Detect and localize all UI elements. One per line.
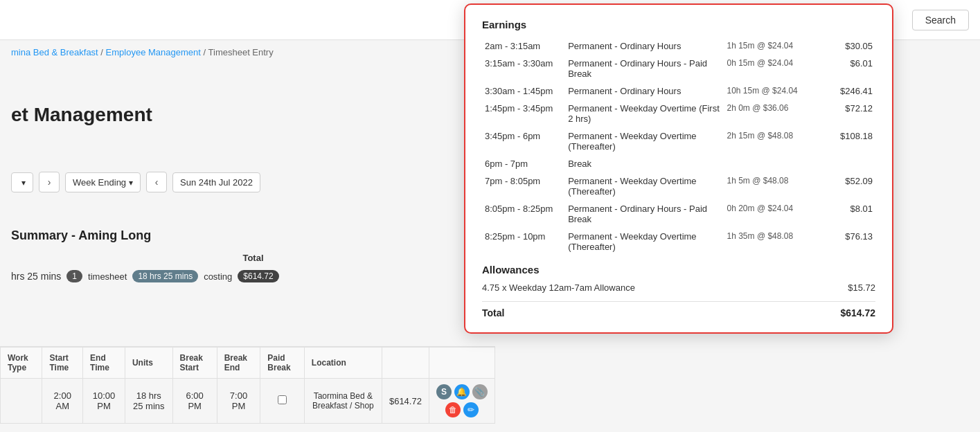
period-select-chevron xyxy=(21,177,26,188)
earning-amount: $108.18 xyxy=(815,127,875,155)
total-row: Total $614.72 xyxy=(482,301,875,318)
col-break-end: Break End xyxy=(217,348,260,379)
cell-break-start: 6:00 PM xyxy=(172,379,217,424)
allowances-row: 4.75 x Weekday 12am-7am Allowance $15.72 xyxy=(482,280,875,296)
col-paid-break: Paid Break xyxy=(260,348,305,379)
earnings-row: 2am - 3:15am Permanent - Ordinary Hours … xyxy=(482,37,875,55)
week-ending-label: Week Ending xyxy=(73,177,126,188)
costing-label: costing xyxy=(204,271,232,282)
earning-amount: $76.13 xyxy=(815,228,875,255)
earning-desc: Permanent - Weekday Overtime (First 2 hr… xyxy=(565,100,724,127)
total-amount: $614.72 xyxy=(840,307,875,318)
action-bell-btn[interactable]: 🔔 xyxy=(454,384,470,399)
earnings-row: 3:30am - 1:45pm Permanent - Ordinary Hou… xyxy=(482,82,875,100)
earning-time: 7pm - 8:05pm xyxy=(482,172,565,200)
earning-rate: 1h 35m @ $48.08 xyxy=(724,228,815,255)
earning-time: 1:45pm - 3:45pm xyxy=(482,100,565,127)
controls-bar: › Week Ending ‹ Sun 24th Jul 2022 xyxy=(11,172,260,192)
earning-amount: $6.01 xyxy=(815,55,875,82)
col-break-start: Break Start xyxy=(172,348,217,379)
next-period-btn[interactable]: › xyxy=(39,172,60,192)
earning-rate: 1h 5m @ $48.08 xyxy=(724,172,815,200)
page-title: et Management xyxy=(11,104,152,126)
allowances-title: Allowances xyxy=(482,264,875,276)
timesheet-label: timesheet xyxy=(88,271,127,282)
location-text: Taormina Bed & Breakfast / Shop xyxy=(312,391,375,411)
earning-amount: $52.09 xyxy=(815,172,875,200)
paid-break-checkbox[interactable] xyxy=(278,395,287,404)
earnings-row: 3:15am - 3:30am Permanent - Ordinary Hou… xyxy=(482,55,875,82)
earning-amount: $246.41 xyxy=(815,82,875,100)
cell-units: 18 hrs 25 mins xyxy=(125,379,172,424)
summary-title: Summary - Aming Long xyxy=(11,228,495,243)
earning-amount: $30.05 xyxy=(815,37,875,55)
summary-hours: hrs 25 mins xyxy=(11,271,61,282)
earning-desc: Permanent - Weekday Overtime (Thereafter… xyxy=(565,127,724,155)
action-trash-btn[interactable]: 🗑 xyxy=(445,402,461,417)
col-location: Location xyxy=(304,348,382,379)
prev-date-btn[interactable]: ‹ xyxy=(146,172,167,192)
earning-time: 2am - 3:15am xyxy=(482,37,565,55)
summary-section: Summary - Aming Long Total hrs 25 mins 1… xyxy=(11,228,495,282)
earning-desc: Permanent - Weekday Overtime (Thereafter… xyxy=(565,172,724,200)
earning-desc: Permanent - Ordinary Hours xyxy=(565,37,724,55)
breadcrumb-sep-2: / xyxy=(204,47,208,57)
week-ending-select[interactable]: Week Ending xyxy=(65,172,141,192)
col-cost xyxy=(382,348,429,379)
earnings-title: Earnings xyxy=(482,19,875,30)
breadcrumb-sep-1: / xyxy=(100,47,105,57)
earnings-row: 1:45pm - 3:45pm Permanent - Weekday Over… xyxy=(482,100,875,127)
earnings-table: 2am - 3:15am Permanent - Ordinary Hours … xyxy=(482,37,875,255)
allowance-desc: 4.75 x Weekday 12am-7am Allowance xyxy=(482,282,635,293)
allowance-amount: $15.72 xyxy=(848,282,875,293)
earning-time: 8:05pm - 8:25pm xyxy=(482,200,565,228)
timesheet-table: Work Type Start Time End Time Units Brea… xyxy=(0,347,495,424)
earning-rate: 0h 20m @ $24.04 xyxy=(724,200,815,228)
breadcrumb: mina Bed & Breakfast / Employee Manageme… xyxy=(11,47,274,57)
table-row: 2:00 AM 10:00 PM 18 hrs 25 mins 6:00 PM … xyxy=(1,379,495,424)
search-button[interactable]: Search xyxy=(912,10,969,30)
cell-work-type xyxy=(1,379,42,424)
breadcrumb-link-2[interactable]: Employee Management xyxy=(106,47,201,57)
cost-badge: $614.72 xyxy=(238,270,278,282)
summary-table: Total xyxy=(11,250,495,266)
cell-paid-break xyxy=(260,379,305,424)
earnings-row: 6pm - 7pm Break xyxy=(482,155,875,172)
earning-rate xyxy=(724,155,815,172)
col-start-time: Start Time xyxy=(42,348,83,379)
earning-desc: Permanent - Weekday Overtime (Thereafter… xyxy=(565,228,724,255)
duration-badge: 18 hrs 25 mins xyxy=(132,270,198,282)
earning-time: 3:45pm - 6pm xyxy=(482,127,565,155)
earning-amount: $8.01 xyxy=(815,200,875,228)
summary-total-header: Total xyxy=(11,250,495,266)
action-s-btn[interactable]: S xyxy=(436,384,452,399)
earnings-row: 8:25pm - 10pm Permanent - Weekday Overti… xyxy=(482,228,875,255)
action-clip-btn[interactable]: 📎 xyxy=(472,384,488,399)
action-icons: S 🔔 📎 🗑 ✏ xyxy=(436,384,488,417)
col-actions xyxy=(429,348,495,379)
col-end-time: End Time xyxy=(83,348,125,379)
earning-amount: $72.12 xyxy=(815,100,875,127)
total-label: Total xyxy=(482,307,504,318)
earning-desc: Permanent - Ordinary Hours - Paid Break xyxy=(565,55,724,82)
summary-row: hrs 25 mins 1 timesheet 18 hrs 25 mins c… xyxy=(11,270,495,282)
earning-rate: 0h 15m @ $24.04 xyxy=(724,55,815,82)
earning-amount xyxy=(815,155,875,172)
action-icons-row-1: S 🔔 📎 xyxy=(436,384,488,399)
earning-rate: 10h 15m @ $24.04 xyxy=(724,82,815,100)
week-ending-chevron xyxy=(129,177,133,188)
earning-time: 8:25pm - 10pm xyxy=(482,228,565,255)
earning-desc: Permanent - Ordinary Hours - Paid Break xyxy=(565,200,724,228)
earning-rate: 2h 0m @ $36.06 xyxy=(724,100,815,127)
earning-time: 3:30am - 1:45pm xyxy=(482,82,565,100)
earning-desc: Break xyxy=(565,155,724,172)
timesheet-count-badge: 1 xyxy=(66,270,82,282)
col-units: Units xyxy=(125,348,172,379)
timesheet-table-wrap: Work Type Start Time End Time Units Brea… xyxy=(0,346,495,424)
earnings-row: 8:05pm - 8:25pm Permanent - Ordinary Hou… xyxy=(482,200,875,228)
action-edit-btn[interactable]: ✏ xyxy=(463,402,479,417)
period-select[interactable] xyxy=(11,172,33,192)
breadcrumb-link-1[interactable]: mina Bed & Breakfast xyxy=(11,47,98,57)
cell-actions: S 🔔 📎 🗑 ✏ xyxy=(429,379,495,424)
date-display: Sun 24th Jul 2022 xyxy=(172,172,260,192)
